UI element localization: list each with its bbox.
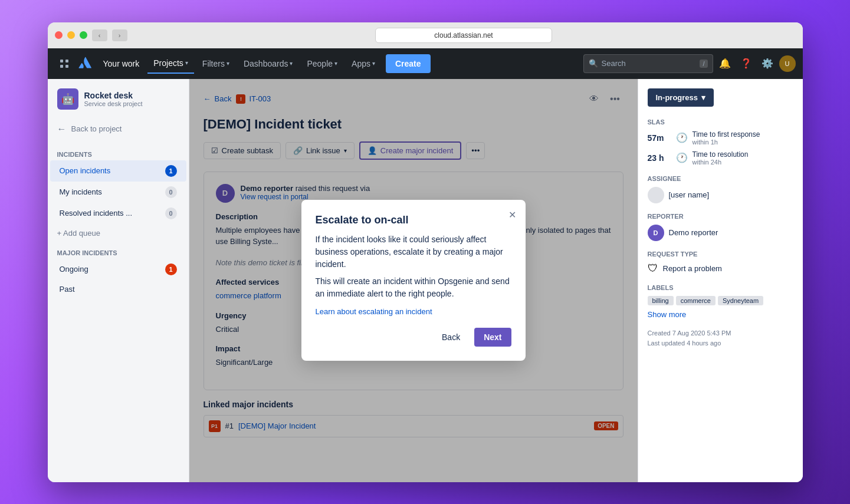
sla-resolution: 23 h 🕐 Time to resolution within 24h (648, 150, 793, 166)
back-arrow-icon: ← (57, 124, 67, 134)
project-name: Rocket desk (84, 91, 143, 100)
reporter-row: D Demo reporter (648, 225, 793, 241)
svg-rect-0 (60, 60, 63, 62)
assignee-row: [user name] (648, 187, 793, 203)
dashboards-nav[interactable]: Dashboards ▾ (238, 54, 299, 73)
back-nav-button[interactable]: ‹ (92, 29, 107, 41)
svg-rect-2 (60, 65, 63, 68)
created-timestamp: Created 7 Aug 2020 5:43 PM (648, 328, 793, 339)
notifications-icon[interactable]: 🔔 (716, 54, 734, 73)
assignee-name: [user name] (669, 190, 710, 199)
minimize-icon[interactable] (67, 31, 75, 39)
label-sydneyteam: Sydneyteam (718, 296, 763, 305)
titlebar: ‹ › cloud.atlassian.net (48, 22, 803, 48)
atlassian-icon[interactable] (76, 54, 95, 73)
reporter-label: Reporter (648, 213, 793, 220)
label-tags: billing commerce Sydneyteam (648, 296, 793, 305)
learn-more-link[interactable]: Learn about escalating an incident (316, 307, 511, 316)
reporter-panel-avatar: D (648, 225, 664, 241)
modal-body-2: This will create an incident within Opsg… (316, 275, 511, 300)
label-billing: billing (648, 296, 674, 305)
project-header: 🤖 Rocket desk Service desk project (48, 88, 189, 119)
projects-chevron-icon: ▾ (185, 60, 188, 66)
escalate-modal: Escalate to on-call ✕ If the incident lo… (301, 200, 526, 361)
reporter-section: Reporter D Demo reporter (648, 213, 793, 241)
svg-rect-1 (65, 60, 68, 62)
my-incidents-label: My incidents (60, 187, 102, 196)
sidebar-item-resolved-incidents[interactable]: Resolved incidents ... 0 (50, 203, 186, 224)
main-layout: 🤖 Rocket desk Service desk project ← Bac… (48, 79, 803, 482)
navbar: Your work Projects ▾ Filters ▾ Dashboard… (48, 48, 803, 79)
shield-icon: 🛡 (648, 262, 658, 275)
apps-nav[interactable]: Apps ▾ (346, 54, 381, 73)
search-icon: 🔍 (589, 59, 598, 68)
sla1-time: 57m (648, 133, 671, 143)
sidebar-item-past[interactable]: Past (50, 280, 186, 298)
modal-back-button[interactable]: Back (432, 328, 470, 347)
svg-rect-3 (65, 65, 68, 68)
right-panel: In-progress ▾ SLAs 57m 🕐 Time to first r… (638, 79, 803, 482)
sidebar-item-my-incidents[interactable]: My incidents 0 (50, 182, 186, 203)
ongoing-badge: 1 (165, 263, 177, 275)
modal-body-1: If the incident looks like it could seri… (316, 233, 511, 271)
close-icon[interactable] (55, 31, 63, 39)
url-bar[interactable]: cloud.atlassian.net (375, 28, 552, 43)
sla1-clock-icon: 🕐 (676, 132, 688, 143)
reporter-panel-name: Demo reporter (669, 228, 718, 237)
slas-section: SLAs 57m 🕐 Time to first response within… (648, 118, 793, 166)
apps-chevron-icon: ▾ (372, 60, 375, 67)
assignee-section: Assignee [user name] (648, 175, 793, 203)
forward-nav-button[interactable]: › (112, 29, 127, 41)
sla2-time: 23 h (648, 153, 671, 163)
sidebar: 🤖 Rocket desk Service desk project ← Bac… (48, 79, 189, 482)
modal-title: Escalate to on-call (316, 214, 511, 226)
incidents-section-title: Incidents (48, 144, 189, 160)
help-icon[interactable]: ❓ (737, 54, 756, 73)
status-button[interactable]: In-progress ▾ (648, 88, 714, 107)
open-incidents-label: Open incidents (60, 166, 111, 175)
status-chevron-icon: ▾ (701, 93, 705, 102)
updated-timestamp: Last updated 4 hours ago (648, 338, 793, 349)
labels-label: Labels (648, 284, 793, 291)
maximize-icon[interactable] (80, 31, 87, 39)
content-area: ← Back ! IT-003 👁 ••• [DEMO] Incident ti… (189, 79, 638, 482)
modal-next-button[interactable]: Next (474, 328, 511, 347)
labels-section: Labels billing commerce Sydneyteam Show … (648, 284, 793, 319)
create-button[interactable]: Create (386, 54, 431, 73)
request-type-row: 🛡 Report a problem (648, 262, 793, 275)
grid-icon[interactable] (55, 54, 74, 73)
search-bar[interactable]: 🔍 Search / (583, 54, 713, 73)
people-nav[interactable]: People ▾ (301, 54, 343, 73)
people-chevron-icon: ▾ (334, 60, 337, 67)
project-info: Rocket desk Service desk project (84, 91, 143, 107)
request-type-label: Request type (648, 251, 793, 258)
past-label: Past (60, 285, 75, 294)
back-to-project-link[interactable]: ← Back to project (48, 119, 189, 139)
project-avatar: 🤖 (57, 88, 78, 110)
filters-chevron-icon: ▾ (227, 60, 229, 67)
modal-close-button[interactable]: ✕ (508, 209, 516, 220)
project-type: Service desk project (84, 100, 143, 107)
request-type-value: Report a problem (663, 264, 722, 273)
label-commerce: commerce (676, 296, 716, 305)
sidebar-item-open-incidents[interactable]: Open incidents 1 (50, 160, 186, 182)
dashboards-chevron-icon: ▾ (290, 60, 293, 67)
settings-icon[interactable]: ⚙️ (758, 54, 777, 73)
request-type-section: Request type 🛡 Report a problem (648, 251, 793, 275)
assignee-label: Assignee (648, 175, 793, 182)
assignee-avatar (648, 187, 664, 203)
modal-footer: Back Next (316, 328, 511, 347)
sla2-info: Time to resolution within 24h (693, 150, 749, 166)
add-queue-link[interactable]: + Add queue (48, 224, 189, 242)
resolved-incidents-badge: 0 (165, 207, 177, 219)
sidebar-item-ongoing[interactable]: Ongoing 1 (50, 259, 186, 280)
open-incidents-badge: 1 (165, 165, 177, 177)
show-more-link[interactable]: Show more (648, 310, 793, 319)
my-incidents-badge: 0 (165, 186, 177, 198)
user-avatar[interactable]: U (779, 55, 796, 72)
projects-nav[interactable]: Projects ▾ (147, 54, 194, 74)
your-work-nav[interactable]: Your work (97, 54, 146, 73)
ongoing-label: Ongoing (60, 265, 88, 274)
slas-label: SLAs (648, 118, 793, 126)
filters-nav[interactable]: Filters ▾ (196, 54, 235, 73)
